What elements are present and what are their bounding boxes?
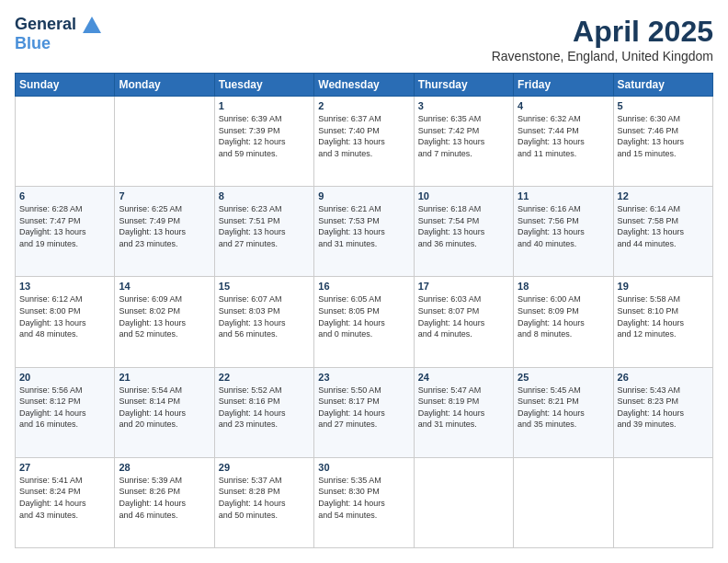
calendar-cell: 21Sunrise: 5:54 AM Sunset: 8:14 PM Dayli…: [115, 367, 214, 457]
day-number: 29: [219, 462, 310, 473]
day-number: 7: [119, 190, 210, 201]
day-info: Sunrise: 6:00 AM Sunset: 8:09 PM Dayligh…: [518, 293, 609, 339]
day-number: 23: [318, 372, 409, 383]
day-info: Sunrise: 6:39 AM Sunset: 7:39 PM Dayligh…: [219, 113, 310, 159]
calendar-header-tuesday: Tuesday: [214, 74, 313, 97]
month-year: April 2025: [492, 15, 713, 49]
day-info: Sunrise: 6:07 AM Sunset: 8:03 PM Dayligh…: [219, 293, 310, 339]
logo-blue: Blue: [15, 34, 101, 53]
day-number: 28: [119, 462, 210, 473]
day-info: Sunrise: 6:23 AM Sunset: 7:51 PM Dayligh…: [219, 203, 310, 249]
calendar-cell: 15Sunrise: 6:07 AM Sunset: 8:03 PM Dayli…: [214, 277, 313, 367]
calendar-cell: 2Sunrise: 6:37 AM Sunset: 7:40 PM Daylig…: [314, 97, 414, 187]
calendar-cell: [613, 457, 712, 547]
calendar-cell: [514, 457, 613, 547]
day-number: 26: [618, 372, 709, 383]
calendar-header-friday: Friday: [514, 74, 613, 97]
calendar-header-wednesday: Wednesday: [314, 74, 414, 97]
header: General Blue April 2025 Ravenstone, Engl…: [15, 15, 713, 63]
day-number: 10: [418, 190, 509, 201]
day-info: Sunrise: 6:28 AM Sunset: 7:47 PM Dayligh…: [19, 203, 110, 249]
day-info: Sunrise: 6:09 AM Sunset: 8:02 PM Dayligh…: [119, 293, 210, 339]
day-number: 6: [19, 190, 110, 201]
calendar-cell: 3Sunrise: 6:35 AM Sunset: 7:42 PM Daylig…: [414, 97, 513, 187]
location: Ravenstone, England, United Kingdom: [492, 49, 713, 63]
day-number: 27: [19, 462, 110, 473]
day-info: Sunrise: 5:50 AM Sunset: 8:17 PM Dayligh…: [318, 385, 409, 431]
calendar-cell: 19Sunrise: 5:58 AM Sunset: 8:10 PM Dayli…: [613, 277, 712, 367]
day-number: 14: [119, 281, 210, 292]
calendar-week-3: 13Sunrise: 6:12 AM Sunset: 8:00 PM Dayli…: [16, 277, 713, 367]
calendar-week-1: 1Sunrise: 6:39 AM Sunset: 7:39 PM Daylig…: [16, 97, 713, 187]
calendar-cell: 6Sunrise: 6:28 AM Sunset: 7:47 PM Daylig…: [16, 187, 115, 277]
day-info: Sunrise: 5:43 AM Sunset: 8:23 PM Dayligh…: [618, 385, 709, 431]
day-number: 18: [518, 281, 609, 292]
calendar-cell: 8Sunrise: 6:23 AM Sunset: 7:51 PM Daylig…: [214, 187, 313, 277]
calendar-cell: [115, 97, 214, 187]
logo-text: General: [15, 15, 101, 34]
day-info: Sunrise: 5:39 AM Sunset: 8:26 PM Dayligh…: [119, 475, 210, 521]
day-number: 25: [518, 372, 609, 383]
calendar-cell: 22Sunrise: 5:52 AM Sunset: 8:16 PM Dayli…: [214, 367, 313, 457]
day-info: Sunrise: 6:25 AM Sunset: 7:49 PM Dayligh…: [119, 203, 210, 249]
calendar-cell: 16Sunrise: 6:05 AM Sunset: 8:05 PM Dayli…: [314, 277, 414, 367]
calendar-cell: 18Sunrise: 6:00 AM Sunset: 8:09 PM Dayli…: [514, 277, 613, 367]
day-number: 13: [19, 281, 110, 292]
day-info: Sunrise: 6:21 AM Sunset: 7:53 PM Dayligh…: [318, 203, 409, 249]
day-number: 17: [418, 281, 509, 292]
day-info: Sunrise: 6:14 AM Sunset: 7:58 PM Dayligh…: [618, 203, 709, 249]
calendar-cell: 17Sunrise: 6:03 AM Sunset: 8:07 PM Dayli…: [414, 277, 513, 367]
logo-icon: [83, 17, 101, 33]
day-info: Sunrise: 6:12 AM Sunset: 8:00 PM Dayligh…: [19, 293, 110, 339]
day-info: Sunrise: 6:37 AM Sunset: 7:40 PM Dayligh…: [318, 113, 409, 159]
calendar-cell: 7Sunrise: 6:25 AM Sunset: 7:49 PM Daylig…: [115, 187, 214, 277]
calendar-cell: 14Sunrise: 6:09 AM Sunset: 8:02 PM Dayli…: [115, 277, 214, 367]
calendar-cell: [414, 457, 513, 547]
day-number: 22: [219, 372, 310, 383]
page: General Blue April 2025 Ravenstone, Engl…: [0, 0, 728, 563]
calendar-week-5: 27Sunrise: 5:41 AM Sunset: 8:24 PM Dayli…: [16, 457, 713, 547]
day-number: 9: [318, 190, 409, 201]
calendar-cell: 30Sunrise: 5:35 AM Sunset: 8:30 PM Dayli…: [314, 457, 414, 547]
calendar-cell: 5Sunrise: 6:30 AM Sunset: 7:46 PM Daylig…: [613, 97, 712, 187]
calendar-cell: 28Sunrise: 5:39 AM Sunset: 8:26 PM Dayli…: [115, 457, 214, 547]
title-block: April 2025 Ravenstone, England, United K…: [492, 15, 713, 63]
calendar-cell: 23Sunrise: 5:50 AM Sunset: 8:17 PM Dayli…: [314, 367, 414, 457]
calendar-cell: 13Sunrise: 6:12 AM Sunset: 8:00 PM Dayli…: [16, 277, 115, 367]
calendar-header-monday: Monday: [115, 74, 214, 97]
calendar-cell: 20Sunrise: 5:56 AM Sunset: 8:12 PM Dayli…: [16, 367, 115, 457]
day-info: Sunrise: 5:54 AM Sunset: 8:14 PM Dayligh…: [119, 385, 210, 431]
calendar-week-2: 6Sunrise: 6:28 AM Sunset: 7:47 PM Daylig…: [16, 187, 713, 277]
day-number: 1: [219, 100, 310, 111]
calendar-cell: 26Sunrise: 5:43 AM Sunset: 8:23 PM Dayli…: [613, 367, 712, 457]
day-info: Sunrise: 6:35 AM Sunset: 7:42 PM Dayligh…: [418, 113, 509, 159]
calendar-cell: 4Sunrise: 6:32 AM Sunset: 7:44 PM Daylig…: [514, 97, 613, 187]
day-number: 3: [418, 100, 509, 111]
day-info: Sunrise: 6:03 AM Sunset: 8:07 PM Dayligh…: [418, 293, 509, 339]
calendar-cell: 29Sunrise: 5:37 AM Sunset: 8:28 PM Dayli…: [214, 457, 313, 547]
day-info: Sunrise: 5:37 AM Sunset: 8:28 PM Dayligh…: [219, 475, 310, 521]
calendar-header-sunday: Sunday: [16, 74, 115, 97]
day-number: 30: [318, 462, 409, 473]
day-info: Sunrise: 6:16 AM Sunset: 7:56 PM Dayligh…: [518, 203, 609, 249]
day-info: Sunrise: 5:47 AM Sunset: 8:19 PM Dayligh…: [418, 385, 509, 431]
day-number: 11: [518, 190, 609, 201]
calendar-week-4: 20Sunrise: 5:56 AM Sunset: 8:12 PM Dayli…: [16, 367, 713, 457]
day-number: 16: [318, 281, 409, 292]
day-info: Sunrise: 6:32 AM Sunset: 7:44 PM Dayligh…: [518, 113, 609, 159]
day-info: Sunrise: 6:05 AM Sunset: 8:05 PM Dayligh…: [318, 293, 409, 339]
day-number: 2: [318, 100, 409, 111]
day-number: 19: [618, 281, 709, 292]
calendar-cell: 9Sunrise: 6:21 AM Sunset: 7:53 PM Daylig…: [314, 187, 414, 277]
calendar-header-saturday: Saturday: [613, 74, 712, 97]
day-info: Sunrise: 5:52 AM Sunset: 8:16 PM Dayligh…: [219, 385, 310, 431]
day-info: Sunrise: 5:45 AM Sunset: 8:21 PM Dayligh…: [518, 385, 609, 431]
day-number: 12: [618, 190, 709, 201]
calendar-cell: 25Sunrise: 5:45 AM Sunset: 8:21 PM Dayli…: [514, 367, 613, 457]
day-number: 4: [518, 100, 609, 111]
day-number: 15: [219, 281, 310, 292]
day-info: Sunrise: 5:58 AM Sunset: 8:10 PM Dayligh…: [618, 293, 709, 339]
day-number: 21: [119, 372, 210, 383]
calendar-header-thursday: Thursday: [414, 74, 513, 97]
logo: General Blue: [15, 15, 101, 53]
